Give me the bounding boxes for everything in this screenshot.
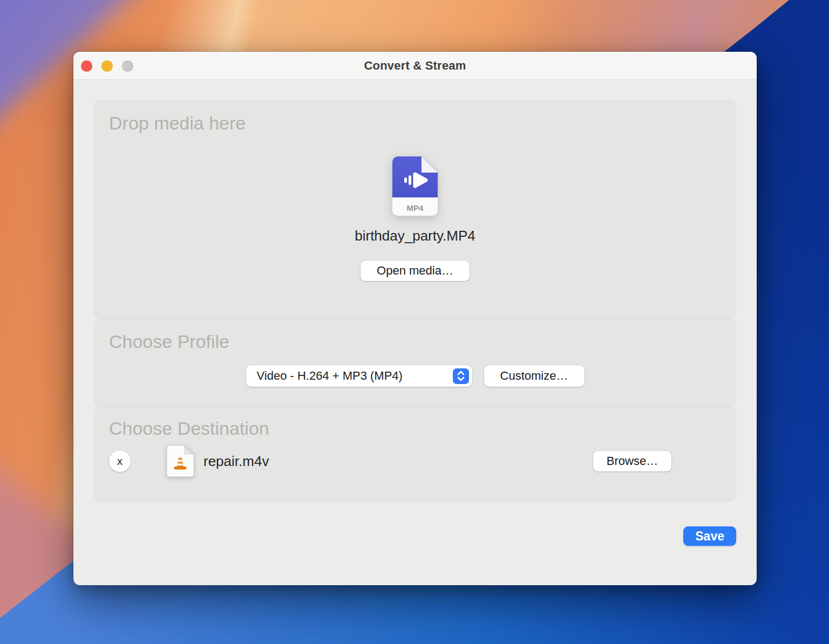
minimize-button[interactable] — [101, 60, 113, 72]
media-file-name: birthday_party.MP4 — [355, 228, 475, 244]
zoom-button-disabled — [122, 60, 133, 72]
window-content: Drop media here — [73, 80, 757, 546]
browse-button[interactable]: Browse… — [593, 451, 671, 471]
window-footer: Save — [94, 526, 736, 546]
chevron-up-down-icon — [453, 368, 469, 384]
profile-heading: Choose Profile — [109, 331, 721, 352]
desktop: Convert & Stream Drop media here — [0, 0, 829, 644]
vlc-file-icon — [167, 446, 194, 477]
profile-select[interactable]: Video - H.264 + MP3 (MP4) — [246, 365, 472, 387]
save-button[interactable]: Save — [683, 526, 736, 546]
window-title: Convert & Stream — [73, 59, 757, 73]
drop-media-zone[interactable]: Drop media here — [94, 100, 736, 319]
remove-destination-button[interactable]: x — [109, 450, 131, 472]
close-button[interactable] — [81, 60, 92, 72]
destination-file-name: repair.m4v — [203, 453, 269, 470]
convert-stream-window: Convert & Stream Drop media here — [73, 52, 757, 585]
choose-destination-panel: Choose Destination x — [94, 406, 736, 502]
window-titlebar: Convert & Stream — [73, 52, 757, 80]
customize-button[interactable]: Customize… — [484, 365, 585, 387]
mp4-icon-label: MP4 — [407, 203, 424, 213]
open-media-button[interactable]: Open media… — [361, 261, 470, 281]
choose-profile-panel: Choose Profile Video - H.264 + MP3 (MP4)… — [94, 319, 736, 406]
mp4-file-icon: MP4 — [392, 156, 438, 216]
traffic-lights — [81, 52, 133, 80]
selected-media: MP4 birthday_party.MP4 Open media… — [109, 156, 721, 281]
profile-selected-value: Video - H.264 + MP3 (MP4) — [257, 369, 403, 383]
destination-heading: Choose Destination — [109, 418, 671, 439]
drop-zone-heading: Drop media here — [109, 113, 721, 134]
